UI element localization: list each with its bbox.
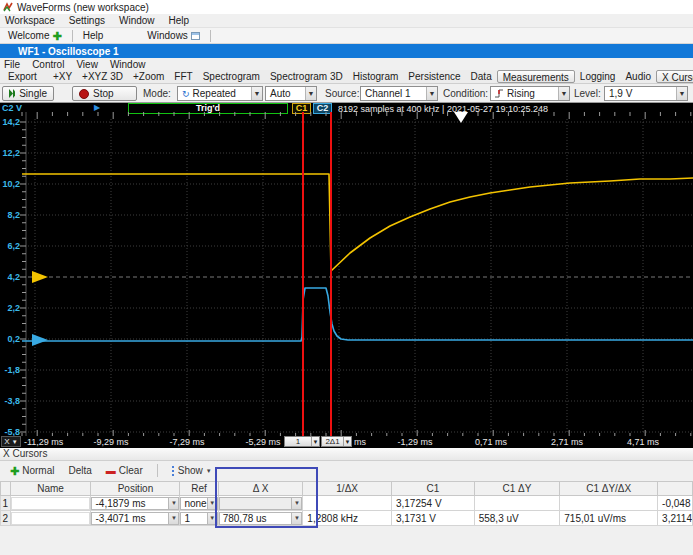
cursor-row-1: 1-4,1879 ms▼none▼▼3,17254 V-0,048 [1,496,693,511]
single-button-label: Single [19,88,47,99]
x-cursors-panel-title[interactable]: X Cursors [0,448,693,461]
app-titlebar: WaveForms (new workspace) [0,0,693,14]
y-axis-label: 8,2 [0,210,20,220]
chevron-down-icon: ▼ [311,437,319,446]
level-label: Level: [574,88,601,99]
menu-workspace[interactable]: Workspace [5,15,55,26]
row-header: 2 [1,511,11,526]
menu-settings[interactable]: Settings [69,15,105,26]
cursor-cell-select[interactable]: -4,1879 ms▼ [91,497,179,510]
x-cursors-table: NamePositionRefΔ X1/ΔXC1C1 ΔYC1 ΔY/ΔX1-4… [0,481,693,526]
cursor-cell-value: 3,2114 [658,511,693,526]
column-header-name: Name [10,482,91,496]
scope-panel-tabs: Export+XY+XYZ 3D+ZoomFFTSpectrogramSpect… [0,70,693,84]
chevron-down-icon: ▼ [207,498,217,509]
level-select[interactable]: 1,9 V ▼ [604,86,688,101]
tab-welcome[interactable]: Welcome ✚ [0,28,70,44]
scope-tab-logging[interactable]: Logging [575,70,621,83]
stop-button[interactable]: Stop [72,86,137,101]
scope-tab-measurements[interactable]: Measurements [497,70,575,83]
scope-tab-data[interactable]: Data [466,70,497,83]
scope-window-titlebar[interactable]: WF1 - Oscilloscope 1 [0,44,693,58]
trigger-position-marker[interactable] [454,112,468,123]
x-axis-row: X▼ -11,29 ms-9,29 ms-7,29 ms-5,29 msms-1… [0,436,693,448]
stop-icon [79,89,89,99]
scope-tab--xy[interactable]: +XY [48,70,77,83]
chevron-down-icon: ▼ [291,498,301,509]
x-axis-label: -7,29 ms [157,437,217,447]
scope-tab-persistence[interactable]: Persistence [403,70,465,83]
menu-help[interactable]: Help [169,15,190,26]
channel1-trace [22,174,693,271]
chevron-down-icon: ▼ [343,437,351,446]
scope-tab--zoom[interactable]: +Zoom [128,70,169,83]
scope-tab-spectrogram-3d[interactable]: Spectrogram 3D [265,70,348,83]
scope-menu-window[interactable]: Window [110,59,146,70]
scope-tab-export[interactable]: Export [3,70,42,83]
cursor-cell-select[interactable]: none▼ [180,497,217,510]
cursor-cell-select[interactable]: ▼ [219,497,303,510]
y-axis-label: 2,2 [0,303,20,313]
source-select[interactable]: Channel 1 ▼ [360,86,438,101]
scope-plot[interactable] [0,103,693,448]
column-header-position: Position [91,482,180,496]
cursor-name-input[interactable] [11,512,91,525]
scope-menu-control[interactable]: Control [32,59,64,70]
x-axis-button[interactable]: X▼ [1,436,21,447]
tab-help[interactable]: Help [75,28,112,44]
channel1-offset-marker[interactable] [32,271,48,283]
column-header-c1: C1 [391,482,474,496]
chevron-down-icon: ▼ [168,498,178,509]
cursor-cell-select[interactable]: 780,78 us▼ [219,512,303,525]
scope-tab--xyz-3d[interactable]: +XYZ 3D [77,70,128,83]
single-button[interactable]: Single [2,86,54,101]
mode-value: Repeated [193,88,236,99]
scope-menu-file[interactable]: File [4,59,20,70]
cursor-cell-select[interactable]: 1▼ [180,512,217,525]
source-label: Source: [325,88,359,99]
add-delta-label: Delta [68,465,91,476]
cursor-cell-value: 3,1731 V [391,511,474,526]
scope-tab-audio[interactable]: Audio [620,70,656,83]
tab-windows[interactable]: Windows [139,28,208,44]
show-menu-button[interactable]: Show ▼ [168,464,216,477]
cursor-handle-1[interactable]: 1▼ [284,436,320,447]
cursor-cell-select[interactable]: -3,4071 ms▼ [91,512,179,525]
cursor-name-input[interactable] [11,497,91,510]
cursor-cell-value: -0,048 [658,496,693,511]
scope-window-title: WF1 - Oscilloscope 1 [18,46,119,57]
scope-tab-x-cursors[interactable]: X Cursors [656,70,693,83]
clear-cursors-button[interactable]: ▬ Clear [102,464,147,477]
add-instrument-icon[interactable]: ✚ [53,32,62,40]
cursor-cell-value [560,496,658,511]
scope-tab-fft[interactable]: FFT [169,70,197,83]
cursor-line-icon [172,466,175,476]
waveforms-logo-icon [3,2,13,12]
condition-select[interactable]: Rising ▼ [490,86,570,101]
mode-select[interactable]: ↻Repeated ▼ [177,86,263,101]
scope-display: C2 V ▶ Trig'd C1 C2 8192 samples at 400 … [0,103,693,448]
scope-menu-view[interactable]: View [76,59,98,70]
y-axis-label: 10,2 [0,179,20,189]
level-value: 1,9 V [609,88,632,99]
add-delta-cursor-button[interactable]: Delta [64,464,95,477]
menu-window[interactable]: Window [119,15,155,26]
x-axis-label: 2,71 ms [537,437,597,447]
scope-tab-histogram[interactable]: Histogram [348,70,404,83]
windows-icon [191,32,200,40]
chevron-down-icon: ▼ [207,513,217,524]
scope-tab-spectrogram[interactable]: Spectrogram [198,70,265,83]
channel2-trace [22,288,693,341]
add-normal-cursor-button[interactable]: ✚ Normal [6,464,58,477]
tab-help-label: Help [83,30,104,41]
y-axis-label: 4,2 [0,272,20,282]
chevron-down-icon: ▼ [676,87,687,100]
x-axis-label: 4,71 ms [613,437,673,447]
trigger-mode-select[interactable]: Auto ▼ [265,86,317,101]
cursor-handle-2Δ1[interactable]: 2Δ1▼ [321,436,352,447]
chevron-down-icon: ▼ [291,513,301,524]
x-axis-label: -1,29 ms [385,437,445,447]
channel2-offset-marker[interactable] [32,334,48,346]
row-header: 1 [1,496,11,511]
x-axis-label: 0,71 ms [461,437,521,447]
